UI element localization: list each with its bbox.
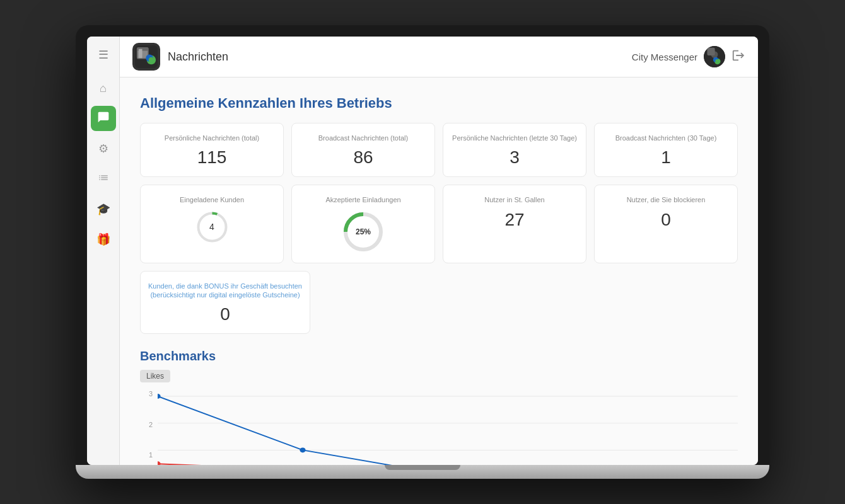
main-content: Nachrichten City Messenger: [120, 37, 758, 465]
akzeptierte-donut-wrapper: 25%: [341, 210, 385, 254]
content-area: Allgemeine Kennzahlen Ihres Betriebs Per…: [120, 77, 758, 465]
page-title: Nachrichten: [168, 50, 228, 64]
stats-row-1: Persönliche Nachrichten (total) 115 Broa…: [140, 123, 738, 177]
username-label: City Messenger: [632, 52, 697, 62]
stat-card-akzeptierte: Akzeptierte Einladungen 25%: [291, 185, 435, 263]
benchmarks-title: Benchmarks: [140, 349, 738, 364]
y-label-3: 3: [140, 390, 153, 398]
y-label-2: 2: [140, 421, 153, 428]
stats-section-title: Allgemeine Kennzahlen Ihres Betriebs: [140, 95, 738, 112]
chart-svg-wrapper: [158, 390, 738, 465]
svg-point-22: [158, 394, 161, 399]
graduation-icon: 🎓: [96, 202, 110, 216]
bonus-value: 0: [148, 304, 302, 324]
stat-value-broadcast-30: 1: [602, 147, 730, 168]
sidebar-item-messages[interactable]: [91, 106, 116, 131]
home-icon: ⌂: [100, 82, 107, 95]
user-avatar: [704, 46, 725, 67]
chart-y-labels: 3 2 1 0: [140, 390, 153, 465]
sidebar-item-analytics[interactable]: [91, 166, 116, 192]
messages-icon: [97, 111, 110, 127]
stat-label-broadcast-30: Broadcast Nachrichten (30 Tage): [602, 134, 730, 142]
stat-card-personal-total: Persönliche Nachrichten (total) 115: [140, 123, 284, 177]
svg-point-7: [149, 57, 154, 63]
stat-value-nutzer-sg: 27: [451, 210, 578, 230]
sidebar-item-settings[interactable]: ⚙: [91, 136, 116, 161]
bonus-card: Kunden, die dank BONUS ihr Geschäft besu…: [140, 271, 310, 335]
stat-card-personal-30: Persönliche Nachrichten (letzte 30 Tage)…: [443, 123, 586, 177]
stat-card-nutzer-sg: Nutzer in St. Gallen 27: [443, 185, 586, 263]
stat-value-broadcast-total: 86: [300, 147, 427, 168]
eingeladene-value: 4: [209, 222, 214, 232]
stat-label-broadcast-total: Broadcast Nachrichten (total): [300, 134, 427, 142]
svg-point-23: [300, 448, 305, 453]
svg-point-13: [715, 59, 720, 64]
eingeladene-donut-wrapper: 4: [195, 210, 230, 244]
stat-card-eingeladene: Eingeladene Kunden 4: [140, 185, 284, 263]
akzeptierte-value: 25%: [356, 227, 371, 236]
akzeptierte-donut: 25%: [300, 210, 427, 254]
stat-label-nutzer-sg: Nutzer in St. Gallen: [451, 195, 578, 204]
stat-label-personal-30: Persönliche Nachrichten (letzte 30 Tage): [451, 134, 578, 142]
stat-value-personal-total: 115: [148, 147, 276, 168]
analytics-icon: [98, 172, 109, 186]
stat-label-personal-total: Persönliche Nachrichten (total): [148, 134, 276, 142]
stats-row-2: Eingeladene Kunden 4: [140, 185, 738, 263]
stat-value-personal-30: 3: [451, 147, 578, 168]
header: Nachrichten City Messenger: [120, 37, 758, 77]
y-label-1: 1: [140, 451, 153, 459]
chart-area: 3 2 1 0: [140, 390, 738, 465]
sidebar-item-home[interactable]: ⌂: [91, 76, 116, 101]
gear-icon: ⚙: [98, 142, 108, 156]
sidebar: ☰ ⌂ ⚙ �: [87, 37, 120, 465]
stat-label-blockieren: Nutzer, die Sie blockieren: [602, 195, 730, 204]
sidebar-item-gifts[interactable]: 🎁: [91, 227, 116, 252]
benchmarks-section: Benchmarks Likes 3 2 1 0: [140, 349, 738, 465]
svg-rect-4: [139, 49, 143, 58]
stat-card-broadcast-total: Broadcast Nachrichten (total) 86: [291, 123, 435, 177]
logout-icon[interactable]: [731, 49, 745, 66]
sidebar-item-education[interactable]: 🎓: [91, 197, 116, 222]
svg-point-27: [158, 461, 161, 465]
eingeladene-donut: 4: [148, 210, 276, 244]
app-logo: [132, 43, 160, 71]
stat-card-broadcast-30: Broadcast Nachrichten (30 Tage) 1: [594, 123, 738, 177]
bonus-label: Kunden, die dank BONUS ihr Geschäft besu…: [148, 282, 302, 300]
likes-label: Likes: [140, 370, 170, 382]
header-right: City Messenger: [632, 46, 745, 67]
stat-label-eingeladene: Eingeladene Kunden: [148, 195, 276, 204]
menu-icon[interactable]: ☰: [95, 44, 112, 66]
gift-icon: 🎁: [96, 232, 110, 246]
stat-label-akzeptierte: Akzeptierte Einladungen: [300, 195, 427, 204]
stat-card-blockieren: Nutzer, die Sie blockieren 0: [594, 185, 738, 263]
stat-value-blockieren: 0: [602, 210, 730, 230]
svg-rect-10: [707, 48, 714, 55]
